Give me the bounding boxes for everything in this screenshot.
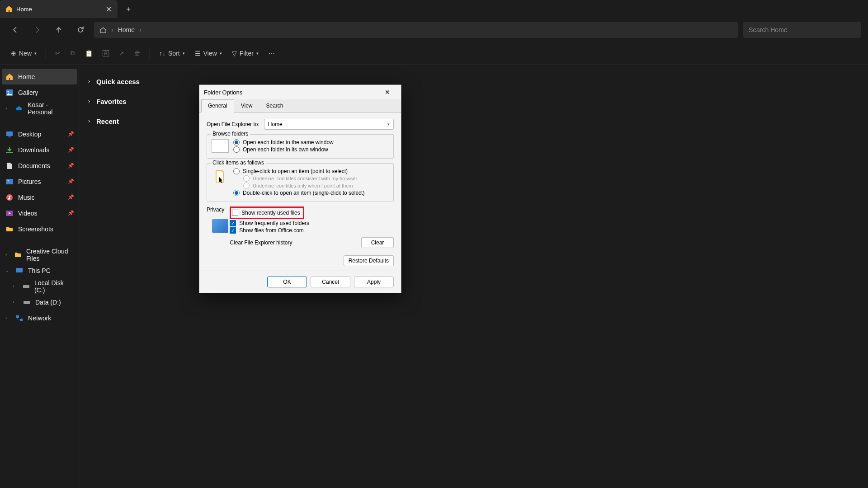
filter-label: Filter <box>240 50 254 57</box>
svg-rect-4 <box>6 152 13 153</box>
cancel-button[interactable]: Cancel <box>311 277 350 287</box>
sidebar-item-music[interactable]: Music 📌 <box>0 189 79 205</box>
forward-button[interactable] <box>29 22 45 38</box>
refresh-button[interactable] <box>72 22 89 38</box>
radio-single-click[interactable]: Single-click to open an item (point to s… <box>233 168 389 174</box>
cursor-icon <box>212 168 229 185</box>
more-button[interactable]: ⋯ <box>265 45 278 61</box>
paste-button[interactable]: 📋 <box>81 45 96 61</box>
checkbox-icon: ✓ <box>230 227 236 234</box>
tab-view[interactable]: View <box>234 99 259 112</box>
section-label: Favorites <box>96 98 127 105</box>
delete-button[interactable]: 🗑 <box>131 45 144 61</box>
checkbox-label: Show recently used files <box>241 210 300 216</box>
radio-icon <box>233 190 240 196</box>
checkbox-frequent-folders[interactable]: ✓ Show frequently used folders <box>230 220 394 226</box>
new-button[interactable]: ⊕ New ▾ <box>7 45 40 61</box>
filter-button[interactable]: ▽ Filter ▾ <box>228 45 262 61</box>
sidebar-item-label: Pictures <box>18 178 41 185</box>
tab-search[interactable]: Search <box>259 99 290 112</box>
sort-button[interactable]: ↑↓ Sort ▾ <box>156 45 189 61</box>
back-button[interactable] <box>7 22 24 38</box>
svg-point-6 <box>8 180 9 181</box>
chevron-down-icon: ▾ <box>220 51 222 56</box>
sidebar-item-screenshots[interactable]: Screenshots <box>0 221 79 237</box>
chevron-down-icon: ⌄ <box>5 268 11 273</box>
ellipsis-icon: ⋯ <box>269 50 275 57</box>
sidebar-item-label: Gallery <box>18 89 38 96</box>
cut-button[interactable]: ✂ <box>52 45 64 61</box>
folder-preview-icon <box>212 139 229 153</box>
restore-defaults-button[interactable]: Restore Defaults <box>344 255 394 266</box>
sidebar-item-network[interactable]: › Network <box>0 310 79 326</box>
rename-button[interactable]: 🄰 <box>99 45 113 61</box>
breadcrumb[interactable]: › Home › <box>94 22 738 38</box>
sidebar-item-desktop[interactable]: Desktop 📌 <box>0 126 79 142</box>
checkbox-recent-files[interactable]: Show recently used files <box>232 210 300 216</box>
network-icon <box>15 314 24 322</box>
pc-icon <box>15 267 24 275</box>
ok-button[interactable]: OK <box>267 277 307 287</box>
apply-button[interactable]: Apply <box>354 277 394 287</box>
sidebar-item-label: Videos <box>18 210 38 217</box>
home-icon <box>5 5 13 13</box>
svg-rect-2 <box>6 131 13 136</box>
chevron-right-icon: › <box>13 284 18 289</box>
copy-button[interactable]: ⧉ <box>67 45 79 61</box>
svg-rect-12 <box>16 315 19 318</box>
desktop-icon <box>5 130 14 138</box>
sidebar-item-onedrive[interactable]: › Kosar - Personal <box>0 100 79 116</box>
sidebar-item-pictures[interactable]: Pictures 📌 <box>0 174 79 189</box>
sidebar-item-local-disk-c[interactable]: › Local Disk (C:) <box>0 278 79 294</box>
group-legend: Click items as follows <box>211 160 266 166</box>
browser-tab[interactable]: Home ✕ <box>0 0 118 18</box>
close-icon[interactable]: ✕ <box>105 5 112 13</box>
sidebar-item-this-pc[interactable]: ⌄ This PC <box>0 263 79 278</box>
breadcrumb-location: Home <box>118 26 135 33</box>
radio-label: Underline icon titles only when I point … <box>253 183 353 188</box>
document-icon <box>5 162 14 170</box>
radio-label: Underline icon titles consistent with my… <box>253 176 357 181</box>
sidebar-item-documents[interactable]: Documents 📌 <box>0 158 79 174</box>
folder-options-dialog: Folder Options ✕ General View Search Ope… <box>199 84 401 293</box>
sidebar-item-home[interactable]: Home <box>2 69 77 84</box>
section-label: Quick access <box>96 78 140 85</box>
sidebar-item-gallery[interactable]: Gallery <box>0 84 79 100</box>
search-input[interactable]: Search Home <box>743 22 861 38</box>
svg-point-1 <box>8 91 9 92</box>
share-button[interactable]: ↗ <box>115 45 128 61</box>
open-to-select[interactable]: Home ▾ <box>264 119 394 130</box>
pin-icon: 📌 <box>68 131 74 137</box>
radio-icon <box>243 183 250 189</box>
chevron-down-icon: ▾ <box>183 51 185 56</box>
close-button[interactable]: ✕ <box>378 86 396 99</box>
chevron-down-icon: ▾ <box>34 51 37 56</box>
radio-label: Double-click to open an item (single-cli… <box>243 190 364 196</box>
svg-rect-10 <box>23 285 29 288</box>
video-icon <box>5 209 14 217</box>
sidebar-item-label: Documents <box>18 162 50 169</box>
new-tab-button[interactable]: ＋ <box>120 1 137 17</box>
svg-rect-3 <box>8 136 11 137</box>
view-button[interactable]: ☰ View ▾ <box>191 45 226 61</box>
up-button[interactable] <box>51 22 67 38</box>
checkbox-office-files[interactable]: ✓ Show files from Office.com <box>230 227 394 234</box>
radio-icon <box>233 168 240 174</box>
radio-same-window[interactable]: Open each folder in the same window <box>233 139 389 145</box>
sidebar-item-downloads[interactable]: Downloads 📌 <box>0 142 79 158</box>
tab-general[interactable]: General <box>201 99 234 113</box>
music-icon <box>5 193 14 202</box>
clear-button[interactable]: Clear <box>361 237 394 248</box>
open-to-label: Open File Explorer to: <box>207 121 259 127</box>
sidebar-item-label: This PC <box>28 267 51 274</box>
sidebar-item-creative-cloud[interactable]: › Creative Cloud Files <box>0 247 79 263</box>
dialog-titlebar: Folder Options ✕ <box>199 85 401 99</box>
sidebar-item-videos[interactable]: Videos 📌 <box>0 205 79 221</box>
radio-double-click[interactable]: Double-click to open an item (single-cli… <box>233 190 389 196</box>
sidebar-item-label: Data (D:) <box>35 299 61 306</box>
radio-own-window[interactable]: Open each folder in its own window <box>233 146 389 153</box>
checkbox-icon <box>232 210 238 216</box>
highlighted-option: Show recently used files <box>230 206 304 219</box>
sidebar-item-data-d[interactable]: › Data (D:) <box>0 294 79 310</box>
drive-icon <box>22 282 30 291</box>
